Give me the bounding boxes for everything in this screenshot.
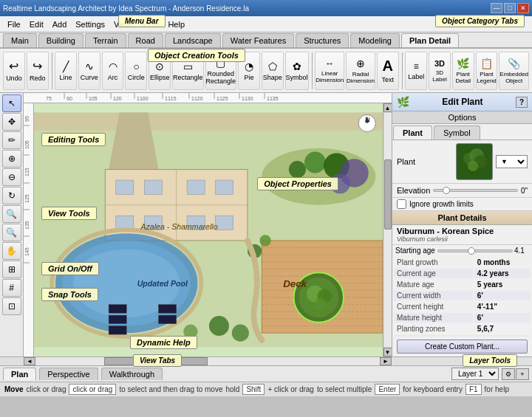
line-icon: ╱ [63, 61, 69, 72]
scroll-down-button[interactable]: ▼ [383, 348, 392, 356]
radial-dim-icon: ⊕ [356, 58, 365, 69]
tab-plant[interactable]: Plant [393, 125, 432, 139]
tab-plan[interactable]: Plan [3, 368, 36, 380]
undo-button[interactable]: ↩ Undo [3, 52, 25, 90]
elevation-slider[interactable] [433, 189, 518, 192]
detail-label: Planting zones [394, 324, 473, 334]
rotate-button[interactable]: ↻ [2, 187, 21, 204]
svg-text:1100: 1100 [137, 96, 149, 101]
draw-tool-button[interactable]: ✏ [2, 131, 21, 149]
svg-rect-39 [187, 180, 205, 194]
remove-node-button[interactable]: ⊖ [2, 168, 21, 186]
svg-text:1115: 1115 [165, 96, 177, 101]
line-button[interactable]: ╱ Line [55, 52, 77, 90]
scroll-thumb[interactable] [384, 159, 392, 230]
arc-label: Arc [108, 74, 118, 81]
detail-value: VICA [474, 335, 531, 337]
radial-dim-button[interactable]: ⊕ Radial Dimension [346, 52, 375, 90]
embedded-obj-button[interactable]: 📎 Embedded Object [499, 52, 529, 90]
svg-text:145: 145 [24, 247, 30, 256]
h-scroll-track[interactable] [35, 357, 380, 365]
plant-legend-button[interactable]: 📋 Plant Legend [476, 52, 498, 90]
tab-modeling[interactable]: Modeling [350, 33, 400, 47]
tab-terrain[interactable]: Terrain [85, 33, 126, 47]
plant-selector: Plant ▼ [392, 140, 532, 184]
add-node-button[interactable]: ⊕ [2, 150, 21, 168]
plant-detail-button[interactable]: 🌿 Plant Detail [452, 52, 474, 90]
tab-plan-detail[interactable]: Plan Detail [401, 33, 459, 47]
3d-label-button[interactable]: 3D 3D Label [429, 52, 451, 90]
grid-toggle-button[interactable]: # [2, 279, 21, 297]
label-button[interactable]: ≡ Label [405, 52, 427, 90]
redo-button[interactable]: ↪ Redo [27, 52, 49, 90]
status-enter: Enter [375, 384, 400, 395]
menu-add[interactable]: Add [48, 18, 72, 30]
layer-select[interactable]: Layer 1 Layer 2 [451, 368, 499, 380]
layer-settings-button[interactable]: ⚙ [502, 368, 515, 380]
menu-help[interactable]: Help [163, 18, 189, 30]
tab-water-features[interactable]: Water Features [222, 33, 294, 47]
select-tool-button[interactable]: ↖ [2, 94, 21, 112]
menu-edit[interactable]: Edit [25, 18, 48, 30]
svg-text:115: 115 [24, 168, 30, 176]
tab-building[interactable]: Building [38, 33, 83, 47]
tab-landscape[interactable]: Landscape [165, 33, 221, 47]
svg-text:75: 75 [46, 96, 52, 101]
panel-title: Edit Plant [442, 97, 482, 107]
zoom-in-button[interactable]: 🔍 [2, 205, 21, 223]
dynamic-help-annotation: Dynamic Help [130, 336, 197, 349]
text-button[interactable]: A Text [377, 52, 399, 90]
maximize-button[interactable]: □ [504, 3, 516, 13]
detail-value: 5,6,7 [474, 324, 531, 334]
arc-button[interactable]: ◠ Arc [102, 52, 124, 90]
panel-help-button[interactable]: ? [516, 97, 528, 108]
app-title: Realtime Landscaping Architect by Idea S… [3, 4, 249, 13]
tab-perspective[interactable]: Perspective [39, 368, 98, 380]
plant-details-header: Plant Details [392, 211, 532, 225]
minimize-button[interactable]: — [491, 3, 502, 13]
move-tool-button[interactable]: ✥ [2, 113, 21, 131]
scroll-right-button[interactable]: ► [380, 357, 392, 365]
starting-age-slider[interactable] [437, 249, 513, 252]
scroll-up-button[interactable]: ▲ [383, 103, 392, 112]
age-slider-thumb [468, 247, 475, 255]
plant-details-scroll[interactable]: Plant growth0 monthsCurrent age4.2 years… [392, 256, 532, 337]
tab-road[interactable]: Road [128, 33, 163, 47]
layer-add-button[interactable]: + [516, 368, 529, 380]
circle-label: Circle [128, 74, 145, 81]
plant-dropdown[interactable]: ▼ [496, 155, 528, 168]
obj-creation-annotation: Object Creation Tools [148, 49, 245, 62]
linear-dim-button[interactable]: ↔ Linear Dimension [315, 52, 344, 90]
menu-file[interactable]: File [3, 18, 25, 30]
symbol-button[interactable]: ✿ Symbol [285, 52, 309, 90]
svg-point-81 [232, 325, 249, 342]
shape-button[interactable]: ⬠ Shape [262, 52, 284, 90]
vertical-ruler: 95 105 115 125 135 145 [24, 103, 34, 356]
tab-main[interactable]: Main [3, 33, 37, 47]
vertical-scrollbar[interactable]: ▲ ▼ [383, 103, 392, 356]
3d-label-icon: 3D [434, 59, 445, 68]
scroll-track[interactable] [384, 113, 392, 347]
horizontal-scrollbar[interactable]: ◄ ► [24, 357, 392, 365]
circle-button[interactable]: ○ Circle [125, 52, 147, 90]
tab-symbol[interactable]: Symbol [434, 125, 480, 139]
svg-text:95: 95 [24, 116, 30, 122]
snap-button[interactable]: ⊡ [2, 297, 21, 315]
status-shift: Shift [242, 384, 265, 395]
ignore-growth-checkbox[interactable] [397, 199, 406, 209]
curve-button[interactable]: ∿ Curve [78, 52, 100, 90]
zoom-extent-button[interactable]: ⊞ [2, 261, 21, 278]
status-action: Move [4, 385, 24, 393]
zoom-out-button[interactable]: 🔍 [2, 224, 21, 241]
scroll-left-button[interactable]: ◄ [24, 357, 35, 365]
tab-walkthrough[interactable]: Walkthrough [101, 368, 163, 380]
ignore-growth-row: Ignore growth limits [392, 198, 532, 211]
elevation-label: Elevation [397, 186, 430, 195]
menu-settings[interactable]: Settings [71, 18, 109, 30]
pan-button[interactable]: ✋ [2, 242, 21, 260]
canvas[interactable]: Updated Pool Deck Azalea - Shammarello N [34, 103, 383, 356]
custom-plant-button[interactable]: Create Custom Plant... [397, 340, 528, 354]
tab-structures[interactable]: Structures [296, 33, 349, 47]
svg-rect-41 [116, 216, 134, 230]
close-button[interactable]: ✕ [517, 3, 529, 13]
